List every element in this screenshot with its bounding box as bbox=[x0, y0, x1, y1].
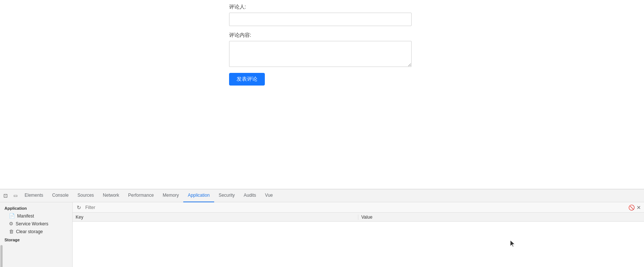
no-icon: 🚫 bbox=[628, 205, 635, 210]
tab-elements[interactable]: Elements bbox=[20, 189, 48, 202]
inspect-icon-btn[interactable]: ⊡ bbox=[1, 191, 10, 200]
devtools-main-panel: ↻ 🚫 ✕ Key Value bbox=[73, 202, 644, 267]
clear-storage-icon: 🗑 bbox=[9, 229, 14, 234]
tab-network[interactable]: Network bbox=[98, 189, 124, 202]
devtools-body: Application 📄 Manifest ⚙ Service Workers… bbox=[0, 202, 644, 267]
main-content: 评论人: 评论内容: 发表评论 bbox=[0, 0, 644, 200]
devtools-panel: ⊡ ▭ Elements Console Sources Network Per… bbox=[0, 189, 644, 267]
refresh-button[interactable]: ↻ bbox=[74, 203, 84, 212]
table-header-value: Value bbox=[358, 215, 644, 220]
tab-audits[interactable]: Audits bbox=[239, 189, 260, 202]
device-icon: ▭ bbox=[13, 193, 18, 198]
comment-content-textarea[interactable] bbox=[229, 41, 412, 67]
inspect-icon: ⊡ bbox=[3, 193, 8, 199]
sidebar-item-manifest[interactable]: 📄 Manifest bbox=[0, 212, 72, 220]
commenter-input[interactable] bbox=[229, 13, 412, 26]
commenter-label: 评论人: bbox=[229, 4, 246, 10]
manifest-icon: 📄 bbox=[9, 213, 15, 219]
sidebar-item-service-workers[interactable]: ⚙ Service Workers bbox=[0, 220, 72, 228]
tab-memory[interactable]: Memory bbox=[158, 189, 183, 202]
devtools-tabs-bar: ⊡ ▭ Elements Console Sources Network Per… bbox=[0, 189, 644, 202]
tab-console[interactable]: Console bbox=[48, 189, 73, 202]
table-header-row: Key Value bbox=[73, 213, 644, 222]
comment-content-label: 评论内容: bbox=[229, 32, 251, 39]
sidebar-item-clear-storage-label: Clear storage bbox=[16, 229, 43, 234]
comment-form: 评论人: 评论内容: 发表评论 bbox=[229, 4, 415, 86]
filter-close-button[interactable]: ✕ bbox=[635, 204, 643, 211]
sidebar-item-manifest-label: Manifest bbox=[17, 213, 34, 219]
submit-comment-button[interactable]: 发表评论 bbox=[229, 73, 265, 86]
tab-performance[interactable]: Performance bbox=[124, 189, 158, 202]
tab-vue[interactable]: Vue bbox=[261, 189, 277, 202]
tab-sources[interactable]: Sources bbox=[73, 189, 98, 202]
sidebar-section-application: Application bbox=[0, 204, 72, 212]
refresh-icon: ↻ bbox=[77, 205, 81, 210]
device-icon-btn[interactable]: ▭ bbox=[10, 191, 20, 200]
sidebar-item-clear-storage[interactable]: 🗑 Clear storage bbox=[0, 228, 72, 235]
tab-security[interactable]: Security bbox=[214, 189, 239, 202]
close-icon: ✕ bbox=[637, 205, 641, 210]
tab-application[interactable]: Application bbox=[183, 189, 214, 202]
sidebar-section-storage: Storage bbox=[0, 235, 72, 244]
table-body bbox=[73, 222, 644, 259]
service-workers-icon: ⚙ bbox=[9, 221, 13, 226]
filter-input[interactable] bbox=[85, 205, 628, 210]
sidebar-scrollbar-thumb[interactable] bbox=[0, 245, 3, 267]
sidebar-scrollbar-track[interactable] bbox=[0, 244, 3, 267]
filter-bar: ↻ 🚫 ✕ bbox=[73, 202, 644, 213]
data-table: Key Value bbox=[73, 213, 644, 267]
sidebar-item-service-workers-label: Service Workers bbox=[16, 221, 48, 226]
table-header-key: Key bbox=[73, 215, 358, 220]
filter-no-button[interactable]: 🚫 bbox=[628, 204, 635, 211]
devtools-sidebar: Application 📄 Manifest ⚙ Service Workers… bbox=[0, 202, 73, 267]
